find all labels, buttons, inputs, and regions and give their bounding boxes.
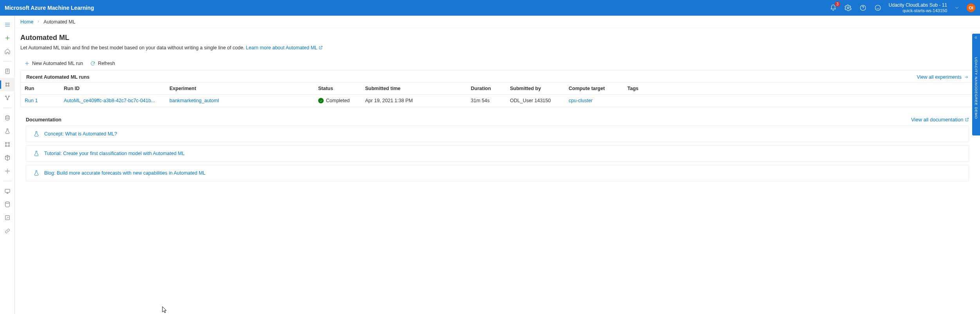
svg-point-8 [8,83,9,84]
submitted-by: ODL_User 143150 [506,95,565,107]
doc-link[interactable]: Tutorial: Create your first classificati… [44,151,185,156]
col-run-id[interactable]: Run ID [60,83,166,95]
cursor-icon [162,306,168,314]
view-all-experiments-link[interactable]: View all experiments [917,74,969,80]
rail-models-icon[interactable] [0,151,15,164]
notifications-icon[interactable]: 3 [829,4,837,12]
status-text: Completed [326,98,349,103]
svg-point-17 [5,146,6,147]
run-id-link[interactable]: AutoML_ce409ffc-a3b8-42c7-bc7c-041b... [64,98,155,103]
svg-point-19 [7,170,8,172]
avatar-initials: OI [969,5,973,10]
col-experiment[interactable]: Experiment [166,83,314,95]
experiment-link[interactable]: bankmarketing_automl [169,98,219,103]
runs-table: Run Run ID Experiment Status Submitted t… [21,82,974,107]
page-title: Automated ML [20,34,975,42]
rail-notebooks-icon[interactable] [0,65,15,78]
svg-point-0 [847,7,849,9]
submitted-time: Apr 19, 2021 1:38 PM [361,95,467,107]
svg-rect-20 [5,189,10,192]
arrow-right-icon [964,75,969,79]
rail-menu-icon[interactable] [0,18,15,31]
flask-icon [33,150,40,157]
main-column: Home Automated ML Automated ML Let Autom… [15,16,980,314]
help-icon[interactable] [859,4,867,12]
brand-title: Microsoft Azure Machine Learning [5,5,94,11]
rail-home-icon[interactable] [0,45,15,58]
docs-section: Documentation View all documentation Con… [20,115,975,181]
doc-row[interactable]: Concept: What is Automated ML? [26,126,969,142]
settings-icon[interactable] [844,4,852,12]
flask-icon [33,170,40,176]
doc-link[interactable]: Blog: Build more accurate forecasts with… [44,170,205,176]
breadcrumb-home[interactable]: Home [20,19,33,25]
new-run-button[interactable]: New Automated ML run [24,61,83,66]
run-link[interactable]: Run 1 [25,98,38,103]
avatar[interactable]: OI [967,4,975,12]
refresh-button[interactable]: Refresh [90,61,115,66]
svg-point-16 [8,143,9,144]
col-submitted-time[interactable]: Submitted time [361,83,467,95]
notifications-count: 3 [835,2,840,7]
learn-more-link[interactable]: Learn more about Automated ML [246,45,323,51]
feedback-icon[interactable] [874,4,882,12]
svg-point-11 [5,96,6,97]
rail-linked-icon[interactable] [0,224,15,238]
col-submitted-by[interactable]: Submitted by [506,83,565,95]
svg-point-2 [863,9,863,9]
refresh-label: Refresh [98,61,115,66]
svg-point-5 [878,7,879,7]
runs-panel: Recent Automated ML runs View all experi… [20,70,975,107]
table-row[interactable]: Run 1 AutoML_ce409ffc-a3b8-42c7-bc7c-041… [21,95,974,107]
table-header-row: Run Run ID Experiment Status Submitted t… [21,83,974,95]
status-cell: Completed [318,98,357,103]
rail-datastores-icon[interactable] [0,198,15,211]
rail-automl-icon[interactable] [0,78,15,91]
rail-labeling-icon[interactable] [0,211,15,224]
header-right: 3 Udacity CloudLabs Sub - 11 quick-start… [829,3,975,13]
rail-datasets-icon[interactable] [0,111,15,125]
rail-pipelines-icon[interactable] [0,138,15,151]
rail-designer-icon[interactable] [0,91,15,105]
status-success-icon [318,98,324,103]
chevron-right-icon [36,19,40,25]
subscription-name: Udacity CloudLabs Sub - 11 [889,3,947,8]
col-compute-target[interactable]: Compute target [565,83,623,95]
col-duration[interactable]: Duration [467,83,506,95]
subscription-chevron-icon[interactable] [954,5,960,11]
rail-add-icon[interactable] [0,31,15,45]
runs-panel-title: Recent Automated ML runs [26,74,90,80]
col-run[interactable]: Run [21,83,60,95]
duration: 31m 54s [467,95,506,107]
ribbon-text: UDACITY NANODEGREE DEMO [974,57,978,119]
refresh-icon [90,61,95,66]
rail-compute-icon[interactable] [0,184,15,198]
compute-target-link[interactable]: cpu-cluster [569,98,593,103]
external-link-icon [965,117,969,122]
svg-point-13 [7,99,8,100]
rail-experiments-icon[interactable] [0,125,15,138]
right-ribbon[interactable]: UDACITY NANODEGREE DEMO [972,34,980,135]
svg-point-18 [8,146,9,147]
subscription-block[interactable]: Udacity CloudLabs Sub - 11 quick-starts-… [889,3,947,13]
view-all-docs-link[interactable]: View all documentation [911,117,969,123]
svg-point-21 [5,202,9,203]
breadcrumb-current: Automated ML [43,19,75,25]
col-status[interactable]: Status [314,83,361,95]
doc-row[interactable]: Blog: Build more accurate forecasts with… [26,165,969,181]
left-rail [0,16,15,314]
svg-point-7 [5,83,7,84]
svg-point-15 [5,143,6,144]
svg-point-9 [5,85,7,87]
rail-endpoints-icon[interactable] [0,164,15,178]
docs-header: Documentation View all documentation [20,115,975,126]
new-run-label: New Automated ML run [32,61,83,66]
flask-icon [33,131,40,137]
page-description: Let Automated ML train and find the best… [20,45,975,51]
doc-link[interactable]: Concept: What is Automated ML? [44,131,117,137]
col-tags[interactable]: Tags [623,83,974,95]
runs-panel-header: Recent Automated ML runs View all experi… [21,70,974,82]
doc-row[interactable]: Tutorial: Create your first classificati… [26,145,969,162]
tags [623,95,974,107]
page-description-text: Let Automated ML train and find the best… [20,45,246,51]
